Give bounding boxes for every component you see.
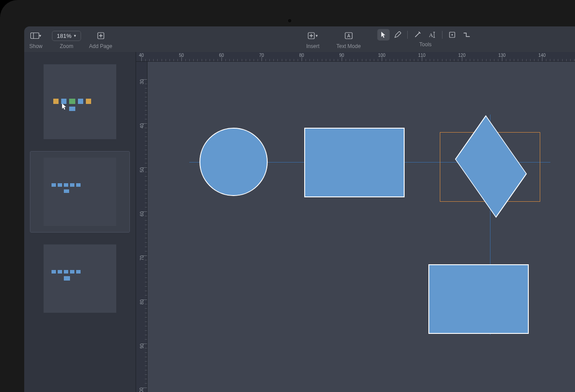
ruler-tick-label: 50 [179, 53, 184, 58]
insert-button[interactable]: ▾ [305, 30, 321, 41]
zoom-group: 181% ▾ Zoom [52, 29, 81, 49]
add-page-button[interactable] [95, 30, 107, 41]
text-mode-button[interactable]: A [342, 30, 355, 41]
svg-text:A: A [347, 33, 350, 38]
pen-tool[interactable] [411, 29, 424, 41]
chevron-down-icon: ▾ [74, 33, 76, 38]
add-page-group: Add Page [89, 29, 112, 49]
ruler-tick-label: 40 [139, 53, 144, 58]
toolbar: ▾ Show 181% ▾ Zoom [24, 26, 575, 52]
text-tool[interactable]: A [425, 29, 439, 41]
rectangle-shape[interactable] [304, 128, 405, 197]
insert-group: ▾ Insert [305, 29, 321, 49]
ruler-tick-label: 80 [299, 53, 304, 58]
ruler-tick-label: 60 [219, 53, 224, 58]
device-camera [288, 18, 292, 23]
insert-label: Insert [306, 43, 319, 49]
page-thumbnail-2[interactable] [30, 152, 129, 232]
ruler-tick-label: 70 [140, 255, 144, 260]
diamond-shape[interactable] [456, 131, 526, 202]
pencil-tool[interactable] [391, 29, 404, 41]
ruler-tick-label: 30 [140, 79, 144, 84]
chevron-down-icon: ▾ [39, 33, 41, 38]
connector-tool[interactable] [460, 29, 473, 41]
ruler-tick-label: 80 [140, 300, 144, 304]
divider [442, 31, 442, 39]
ruler-tick-label: 90 [140, 344, 144, 348]
ruler-tick-label: 130 [498, 53, 506, 58]
rectangle-shape-bottom[interactable] [428, 264, 529, 334]
thumb-canvas [44, 158, 116, 226]
add-page-label: Add Page [89, 43, 112, 49]
ruler-tick-label: 120 [458, 53, 466, 58]
tools-group: A Tools [377, 29, 473, 48]
ruler-tick-label: 90 [339, 53, 344, 58]
ruler-tick-label: 60 [140, 211, 144, 216]
circle-shape[interactable] [199, 128, 268, 196]
thumb-canvas [44, 244, 116, 313]
select-tool[interactable] [377, 29, 390, 41]
svg-text:A: A [429, 32, 434, 38]
show-group: ▾ Show [28, 29, 44, 49]
zoom-value: 181% [57, 33, 71, 39]
chevron-down-icon: ▾ [316, 33, 318, 38]
ruler-tick-label: 50 [140, 167, 144, 172]
page-thumbnail-1[interactable] [30, 58, 129, 145]
page-thumbnail-3[interactable] [30, 238, 129, 319]
svg-rect-0 [31, 33, 39, 39]
ruler-tick-label: 100 [140, 388, 144, 392]
ruler-tick-label: 70 [259, 53, 264, 58]
show-sidebar-button[interactable]: ▾ [28, 30, 44, 41]
vertical-ruler: 30405060708090100 [136, 62, 147, 392]
thumb-canvas [44, 64, 116, 139]
svg-point-15 [452, 34, 453, 36]
horizontal-ruler: 405060708090100110120130140 [136, 52, 575, 62]
ruler-tick-label: 100 [378, 53, 386, 58]
divider [407, 31, 408, 39]
canvas[interactable] [147, 62, 575, 392]
pages-sidebar [24, 52, 136, 392]
show-label: Show [29, 43, 42, 49]
ruler-tick-label: 40 [140, 123, 144, 128]
ruler-tick-label: 140 [538, 53, 546, 58]
shape-tool[interactable] [446, 29, 458, 41]
ruler-tick-label: 110 [418, 53, 426, 58]
tools-label: Tools [419, 41, 431, 48]
zoom-dropdown[interactable]: 181% ▾ [52, 31, 81, 41]
zoom-label: Zoom [60, 43, 74, 49]
text-mode-group: A Text Mode [336, 29, 361, 49]
text-mode-label: Text Mode [336, 43, 361, 49]
